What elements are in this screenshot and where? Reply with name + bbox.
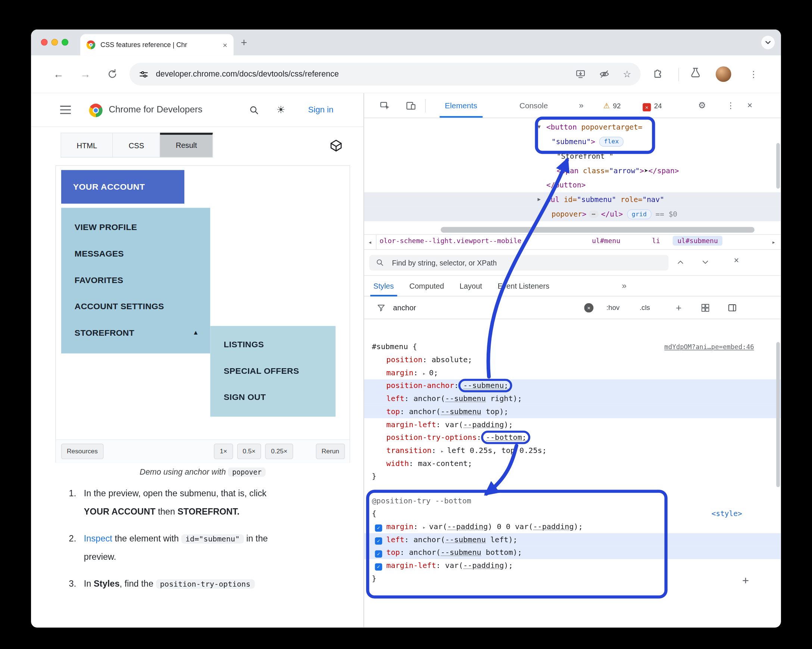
- style-rule-row[interactable]: }: [364, 572, 781, 585]
- dom-tree-row[interactable]: </button>: [364, 178, 781, 192]
- style-rule-row[interactable]: }: [364, 470, 781, 483]
- horizontal-scrollbar[interactable]: [441, 227, 754, 233]
- dom-tree-row[interactable]: popover>⋯</ul>grid== $0: [364, 207, 781, 222]
- tree-vertical-scrollbar[interactable]: [776, 143, 780, 188]
- more-sidebar-tabs-icon[interactable]: »: [622, 281, 627, 291]
- dom-tree-row[interactable]: ▶<ul id="submenu" role="nav": [364, 192, 781, 207]
- breadcrumb-item[interactable]: ul#menu: [592, 237, 620, 245]
- experiments-flask-icon[interactable]: [690, 67, 701, 80]
- subsubmenu-item[interactable]: SIGN OUT: [210, 384, 336, 410]
- reload-button[interactable]: [104, 68, 120, 81]
- style-rule-row[interactable]: position-try-options: --bottom;: [364, 431, 781, 444]
- devtools-close-icon[interactable]: ×: [748, 93, 752, 118]
- style-rule-row[interactable]: top: anchor(--submenu top);: [364, 405, 781, 418]
- breadcrumb-scroll-left-icon[interactable]: ◂: [364, 235, 377, 249]
- submenu-item[interactable]: ACCOUNT SETTINGS: [61, 293, 211, 320]
- style-rule-row[interactable]: ✓top: anchor(--submenu bottom);: [364, 546, 781, 559]
- clear-filter-icon[interactable]: ×: [584, 303, 593, 312]
- submenu-item[interactable]: STOREFRONT▲: [61, 320, 211, 346]
- more-tabs-icon[interactable]: »: [579, 93, 584, 118]
- property-checkbox[interactable]: ✓: [375, 524, 382, 531]
- tab-styles[interactable]: Styles: [374, 276, 394, 297]
- style-rule-row[interactable]: width: max-content;: [364, 457, 781, 470]
- devtools-menu-kebab-icon[interactable]: ⋮: [727, 93, 735, 118]
- stylesheet-link[interactable]: <style>: [711, 507, 742, 520]
- find-input[interactable]: [369, 255, 669, 271]
- back-button[interactable]: ←: [51, 55, 66, 93]
- sign-in-link[interactable]: Sign in: [308, 105, 334, 115]
- hamburger-menu-icon[interactable]: [60, 106, 71, 116]
- breadcrumb-item[interactable]: ul#submenu: [673, 236, 723, 245]
- tab-elements[interactable]: Elements: [445, 93, 477, 118]
- site-brand[interactable]: Chrome for Developers: [108, 104, 202, 115]
- theme-toggle-sun-icon[interactable]: ☀: [276, 104, 285, 116]
- window-close-button[interactable]: [41, 39, 48, 46]
- errors-badge[interactable]: ×24: [643, 93, 662, 118]
- style-rule-row[interactable]: ✓margin-left: var(--padding);: [364, 559, 781, 572]
- inspect-element-icon[interactable]: [380, 101, 390, 113]
- install-app-icon[interactable]: [575, 69, 586, 80]
- warnings-badge[interactable]: ⚠92: [603, 93, 621, 118]
- style-rule-row[interactable]: transition: ▸ left 0.25s, top 0.25s;: [364, 444, 781, 457]
- property-checkbox[interactable]: ✓: [375, 550, 382, 557]
- submenu-item[interactable]: FAVORITES: [61, 267, 211, 294]
- expand-caret-icon[interactable]: ▼: [537, 120, 540, 135]
- styles-vertical-scrollbar[interactable]: [776, 342, 780, 487]
- dom-tree-row[interactable]: "Storefront ": [364, 148, 781, 163]
- breadcrumb-scroll-right-icon[interactable]: ▸: [768, 235, 780, 249]
- stylesheet-link[interactable]: mdYdpOM?ani…pe=embed:46: [664, 341, 754, 354]
- profile-avatar[interactable]: [716, 66, 731, 82]
- style-rule-row[interactable]: @position-try --bottom: [364, 494, 781, 507]
- address-bar[interactable]: developer.chrome.com/docs/devtools/css/r…: [130, 63, 641, 86]
- new-style-rule-plus-icon[interactable]: +: [676, 297, 681, 319]
- inspect-link[interactable]: Inspect: [84, 534, 112, 543]
- breadcrumb-item[interactable]: li: [652, 237, 660, 245]
- tab-result[interactable]: Result: [160, 133, 213, 158]
- extensions-puzzle-icon[interactable]: [653, 67, 664, 80]
- browser-tab[interactable]: CSS features reference | Chr ×: [80, 34, 234, 56]
- style-rule-row[interactable]: left: anchor(--submenu right);: [364, 392, 781, 406]
- devtools-settings-gear-icon[interactable]: ⚙: [698, 93, 706, 118]
- expand-caret-icon[interactable]: ▶: [537, 192, 540, 207]
- tab-layout[interactable]: Layout: [460, 276, 482, 297]
- tab-event-listeners[interactable]: Event Listeners: [498, 276, 549, 297]
- property-checkbox[interactable]: ✓: [375, 537, 382, 545]
- toggle-sidebar-panel-icon[interactable]: [728, 303, 737, 312]
- find-previous-chevron-up-icon[interactable]: [676, 258, 685, 269]
- codepen-icon[interactable]: [330, 139, 343, 155]
- bookmark-star-icon[interactable]: ☆: [623, 68, 631, 80]
- submenu-item[interactable]: VIEW PROFILE: [61, 214, 211, 240]
- browser-menu-kebab-icon[interactable]: ⋮: [746, 55, 761, 93]
- tab-html[interactable]: HTML: [61, 133, 113, 158]
- dom-tree-row[interactable]: "submenu">flex: [364, 134, 781, 148]
- style-rule-row[interactable]: #submenu {mdYdpOM?ani…pe=embed:46: [364, 341, 781, 354]
- search-icon[interactable]: [249, 104, 259, 118]
- dom-tree-row[interactable]: ▼<button popovertarget=: [364, 120, 781, 135]
- tab-close-icon[interactable]: ×: [223, 40, 227, 49]
- rerun-button[interactable]: Rerun: [316, 443, 345, 459]
- style-rule-row[interactable]: ✓left: anchor(--submenu left);: [364, 533, 781, 546]
- tab-css[interactable]: CSS: [113, 133, 160, 158]
- your-account-button[interactable]: YOUR ACCOUNT: [61, 170, 184, 204]
- site-settings-icon[interactable]: [139, 69, 148, 79]
- style-rule-row[interactable]: margin: ▸ 0;: [364, 366, 781, 380]
- window-zoom-button[interactable]: [61, 39, 68, 46]
- tab-search-button[interactable]: [761, 36, 775, 49]
- tab-console[interactable]: Console: [519, 93, 548, 118]
- scale-025x-button[interactable]: 0.25×: [265, 443, 293, 459]
- find-close-icon[interactable]: ×: [734, 256, 739, 266]
- style-rule-row[interactable]: ✓margin: ▸ var(--padding) 0 0 var(--padd…: [364, 520, 781, 533]
- styles-filter-input[interactable]: [393, 301, 569, 315]
- resources-button[interactable]: Resources: [61, 443, 103, 459]
- password-eye-off-icon[interactable]: [599, 69, 609, 80]
- toggle-hover-state-button[interactable]: :hov: [606, 297, 620, 319]
- style-rule-row[interactable]: {<style>: [364, 507, 781, 520]
- toggle-classes-button[interactable]: .cls: [640, 297, 650, 319]
- subsubmenu-item[interactable]: LISTINGS: [210, 331, 336, 358]
- style-rule-row[interactable]: margin-left: var(--padding);: [364, 418, 781, 431]
- style-rule-row[interactable]: position: absolute;: [364, 353, 781, 366]
- style-rule-row[interactable]: position-anchor: --submenu;: [364, 380, 781, 392]
- new-tab-button[interactable]: +: [241, 36, 247, 49]
- property-checkbox[interactable]: ✓: [375, 563, 382, 570]
- scale-1x-button[interactable]: 1×: [214, 443, 233, 459]
